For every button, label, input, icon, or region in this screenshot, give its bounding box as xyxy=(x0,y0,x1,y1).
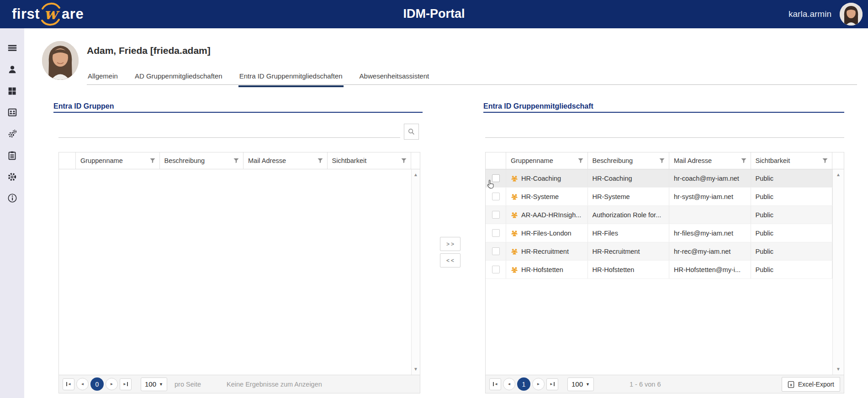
visibility-cell: Public xyxy=(751,261,833,278)
logged-in-username: karla.armin xyxy=(789,9,831,19)
column-header[interactable]: Mail Adresse xyxy=(669,152,751,169)
column-header[interactable]: Sichtbarkeit xyxy=(751,152,833,169)
row-select-cell xyxy=(486,242,506,260)
user-avatar[interactable] xyxy=(840,3,863,26)
menu-icon[interactable] xyxy=(7,42,18,53)
chevron-down-icon: ▼ xyxy=(586,382,590,387)
left-search-button[interactable] xyxy=(404,124,419,140)
column-header[interactable]: Gruppenname xyxy=(506,152,588,169)
groupname-cell: HR-Systeme xyxy=(506,188,588,205)
filter-funnel-icon[interactable] xyxy=(401,158,407,163)
rows-area: HR-Coaching HR-Coaching hr-coach@my-iam.… xyxy=(486,169,832,375)
table-row[interactable]: HR-Recruitment HR-Recruitment hr-rec@my-… xyxy=(486,242,832,261)
filter-funnel-icon[interactable] xyxy=(318,158,323,163)
user-icon[interactable] xyxy=(7,64,18,75)
app-title: IDM-Portal xyxy=(0,7,868,21)
left-panel-title-rule xyxy=(53,112,423,113)
column-header[interactable]: Beschreibung xyxy=(588,152,670,169)
chevron-down-icon: ▼ xyxy=(159,382,163,387)
description-cell: HR-Files xyxy=(588,224,670,242)
column-header[interactable]: Sichtbarkeit xyxy=(328,152,412,169)
right-filter-input[interactable] xyxy=(485,124,844,138)
row-checkbox[interactable] xyxy=(492,193,500,200)
left-pagination-bar: ◄ ◄ 0 ► ► 100 ▼ pro Seite Keine Ergebnis… xyxy=(59,375,420,393)
contacts-icon[interactable] xyxy=(7,107,18,118)
filter-funnel-icon[interactable] xyxy=(578,158,583,163)
per-page-label: pro Seite xyxy=(175,381,201,388)
filter-funnel-icon[interactable] xyxy=(233,158,239,163)
settings-gear-icon[interactable] xyxy=(7,171,18,182)
row-checkbox[interactable] xyxy=(492,247,500,255)
description-cell: HR-Coaching xyxy=(588,169,670,187)
page-size-select[interactable]: 100 ▼ xyxy=(141,377,167,391)
first-page-button[interactable]: ◄ xyxy=(489,378,501,390)
select-column-header xyxy=(59,152,76,169)
excel-export-button[interactable]: x Excel-Export xyxy=(782,377,840,392)
table-header-row: Gruppenname Beschreibung Mail Ad xyxy=(486,152,844,169)
profile-photo xyxy=(42,41,79,80)
tasks-clipboard-icon[interactable] xyxy=(7,150,18,161)
current-page-indicator[interactable]: 1 xyxy=(517,377,530,391)
page-title-user: Adam, Frieda [frieda.adam] xyxy=(87,45,211,56)
filter-funnel-icon[interactable] xyxy=(150,158,155,163)
result-status: Keine Ergebnisse zum Anzeigen xyxy=(227,381,322,388)
scroll-up-icon[interactable]: ▲ xyxy=(413,173,418,177)
previous-page-button[interactable]: ◄ xyxy=(503,378,515,390)
group-members-icon xyxy=(511,193,518,200)
table-row[interactable]: HR-Coaching HR-Coaching hr-coach@my-iam.… xyxy=(486,169,832,188)
last-page-button[interactable]: ► xyxy=(546,378,558,390)
mail-cell: hr-coach@my-iam.net xyxy=(669,169,751,187)
select-column-header xyxy=(486,152,506,169)
previous-page-button[interactable]: ◄ xyxy=(76,378,89,390)
left-search-input[interactable] xyxy=(58,124,400,138)
current-page-indicator[interactable]: 0 xyxy=(90,377,104,391)
filter-funnel-icon[interactable] xyxy=(741,158,746,163)
visibility-cell: Public xyxy=(751,188,833,205)
services-gears-icon[interactable] xyxy=(7,128,18,139)
empty-rows-area xyxy=(59,169,411,375)
row-checkbox[interactable] xyxy=(492,174,500,182)
group-members-icon xyxy=(511,266,518,273)
table-row[interactable]: HR-Systeme HR-Systeme hr-syst@my-iam.net… xyxy=(486,188,832,206)
row-select-cell xyxy=(486,188,506,205)
next-page-button[interactable]: ► xyxy=(106,378,118,390)
next-page-button[interactable]: ► xyxy=(532,378,545,390)
column-header[interactable]: Beschreibung xyxy=(160,152,244,169)
dashboard-icon[interactable] xyxy=(7,85,18,96)
table-header-row: Gruppenname Beschreibung Mail Ad xyxy=(59,152,420,169)
group-members-icon xyxy=(511,175,518,182)
scroll-down-icon[interactable]: ▼ xyxy=(836,367,841,372)
add-to-membership-button[interactable]: >> xyxy=(440,237,460,251)
table-row[interactable]: HR-Files-London HR-Files hr-files@my-iam… xyxy=(486,224,832,242)
mail-cell xyxy=(669,206,751,224)
user-area[interactable]: karla.armin xyxy=(789,0,863,28)
filter-funnel-icon[interactable] xyxy=(822,158,828,163)
scroll-up-icon[interactable]: ▲ xyxy=(836,173,841,177)
row-checkbox[interactable] xyxy=(492,266,500,273)
info-icon[interactable] xyxy=(7,193,18,204)
remove-from-membership-button[interactable]: << xyxy=(440,253,460,267)
table-row[interactable]: AR-AAD-HRInsigh... Authorization Role fo… xyxy=(486,206,832,224)
last-page-button[interactable]: ► xyxy=(120,378,132,390)
page-size-select[interactable]: 100 ▼ xyxy=(567,377,594,391)
row-checkbox[interactable] xyxy=(492,211,500,219)
row-checkbox[interactable] xyxy=(492,229,500,237)
row-select-cell xyxy=(486,169,506,187)
app-header: first w are IDM-Portal karla.armin xyxy=(0,0,868,28)
vertical-scrollbar[interactable]: ▲ ▼ xyxy=(832,169,844,375)
mail-cell: hr-syst@my-iam.net xyxy=(669,188,751,205)
column-header[interactable]: Gruppenname xyxy=(76,152,160,169)
first-page-button[interactable]: ◄ xyxy=(63,378,74,390)
description-cell: Authorization Role for... xyxy=(588,206,670,224)
vertical-scrollbar[interactable]: ▲ ▼ xyxy=(411,169,420,375)
column-header[interactable]: Mail Adresse xyxy=(243,152,328,169)
group-members-icon xyxy=(511,248,518,255)
filter-funnel-icon[interactable] xyxy=(659,158,665,163)
scrollbar-spacer xyxy=(411,152,420,169)
group-members-icon xyxy=(511,230,518,237)
scrollbar-spacer xyxy=(832,152,844,169)
description-cell: HR-Hofstetten xyxy=(588,261,670,278)
table-row[interactable]: HR-Hofstetten HR-Hofstetten HR-Hofstette… xyxy=(486,261,832,279)
groupname-cell: AR-AAD-HRInsigh... xyxy=(506,206,588,224)
scroll-down-icon[interactable]: ▼ xyxy=(413,367,418,372)
